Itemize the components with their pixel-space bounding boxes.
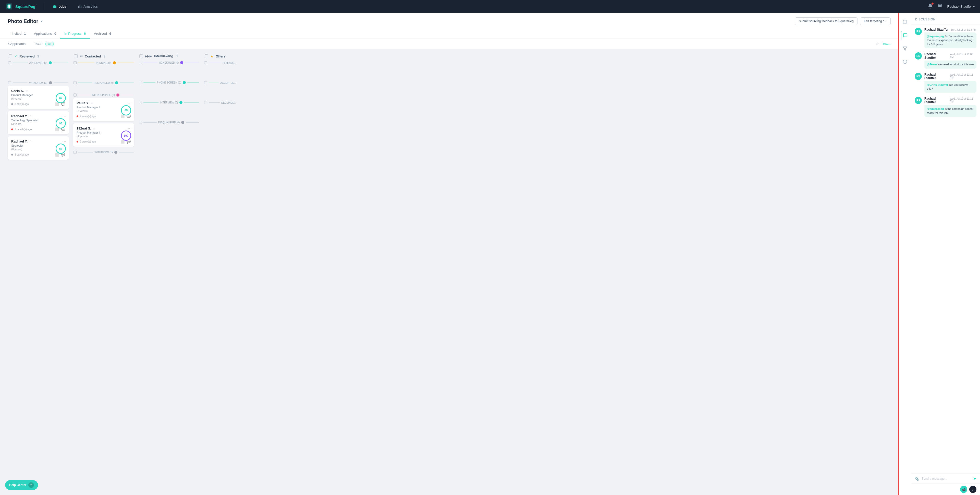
panel-icon-history[interactable] (901, 58, 909, 66)
message-author-4: Rachael Stauffer (924, 97, 948, 104)
kanban-col-reviewed: ✓ Reviewed 3 APPROVED (0) WITHDREW (3 (8, 54, 69, 490)
send-button[interactable]: ➤ (973, 476, 977, 481)
submit-feedback-button[interactable]: Submit sourcing feedback to SquarePeg (795, 18, 858, 25)
col-checkbox-contacted[interactable] (74, 54, 78, 58)
stage-checkbox-declined[interactable] (204, 101, 207, 104)
message-input[interactable] (921, 477, 970, 481)
attach-icon[interactable]: 📎 (915, 477, 919, 481)
nav-jobs[interactable]: Jobs (51, 3, 68, 10)
tab-invited[interactable]: Invited 1 (8, 29, 30, 38)
responded-empty (73, 86, 134, 94)
logo[interactable]: SquarePeg (5, 2, 35, 11)
stage-label-declined: DECLINED... (221, 101, 236, 104)
stage-checkbox-interview[interactable] (139, 101, 142, 104)
card-star-rachael-strat[interactable]: ☆ (29, 140, 32, 143)
message-content-4: Rachael Stauffer Wed, Jul 19 at 11:11 AM… (924, 97, 977, 117)
card-star-chris[interactable]: ☆ (25, 89, 28, 93)
card-192uat-s[interactable]: ⋯ 192uat S. ☆ Product Manager II (4 year… (73, 123, 134, 147)
svg-marker-8 (903, 47, 907, 50)
job-title-chevron[interactable]: ▾ (41, 19, 43, 23)
messages-button[interactable] (937, 3, 942, 10)
stage-checkbox-no-response[interactable] (73, 94, 76, 97)
stage-checkbox-withdrew-c[interactable] (73, 151, 76, 154)
download-button[interactable]: Dow... (881, 42, 891, 46)
notifications-button[interactable] (928, 3, 933, 10)
edit-targeting-button[interactable]: Edit targeting c... (860, 18, 891, 25)
tab-applications[interactable]: Applications 0 (30, 29, 60, 38)
stage-checkbox-disqualified[interactable] (139, 121, 142, 124)
nav-analytics[interactable]: Analytics (76, 3, 100, 10)
card-star-rachael-tech[interactable]: ☆ (29, 115, 32, 118)
star-button[interactable]: ☆ (875, 42, 879, 46)
stage-dot-approved (49, 61, 52, 64)
stage-no-response: NO RESPONSE (2) (73, 94, 134, 97)
toolbar-right: ☆ Dow... (875, 42, 891, 46)
card-ago-chris: 3 day(s) ago (14, 103, 29, 105)
contacted-icon: ✉ (80, 54, 83, 58)
panel-icon-filter[interactable] (901, 45, 909, 53)
score-chris: 67 (56, 93, 66, 103)
tag-all[interactable]: All (45, 42, 54, 46)
card-star-paula[interactable]: ☆ (91, 101, 94, 105)
user-menu[interactable]: Rachael Stauffer ▾ (947, 5, 975, 8)
stage-checkbox-scheduled[interactable] (139, 61, 142, 64)
stage-label-approved: APPROVED (0) (29, 62, 48, 64)
panel-icon-chat[interactable] (901, 31, 909, 39)
discussion-sidebar: DISCUSSION RS Rachael Stauffer Sun, Jul … (899, 13, 980, 495)
stage-label-withdrew-c: WITHDREW (1) (94, 151, 113, 154)
messages-area: RS Rachael Stauffer Sun, Jul 16 at 3:13 … (911, 25, 980, 473)
col-checkbox-reviewed[interactable] (9, 54, 12, 58)
card-menu-rachael-tech[interactable]: ⋯ (62, 114, 66, 118)
stage-checkbox-pending[interactable] (73, 61, 76, 64)
score-192uat: 100 (121, 131, 131, 141)
stage-label-disqualified: DISQUALIFIED (0) (158, 121, 180, 124)
card-menu-chris[interactable]: ⋯ (62, 88, 66, 93)
stage-checkbox-withdrew[interactable] (8, 81, 11, 84)
card-rachael-y-tech[interactable]: ⋯ Rachael Y. ☆ Technology Specialist (3 … (8, 111, 69, 134)
interview-empty (138, 105, 200, 121)
stage-interview: INTERVIEW (0) (138, 101, 200, 104)
discussion-header: DISCUSSION (911, 13, 980, 25)
expand-button[interactable]: ⤢ (969, 486, 977, 493)
message-time-3: Wed, Jul 19 at 11:11 AM (950, 73, 977, 79)
stage-checkbox-offers-pending[interactable] (204, 61, 207, 64)
col-header-reviewed: ✓ Reviewed 3 (8, 54, 69, 61)
tab-archived[interactable]: Archived 6 (90, 29, 115, 38)
col-count-contacted: 3 (103, 54, 105, 58)
card-menu-paula[interactable]: ⋯ (127, 101, 132, 105)
card-footer-rachael-strat: 3 day(s) ago ⬜ 💬 (11, 153, 65, 156)
stage-label-interview: INTERVIEW (0) (160, 101, 178, 104)
card-chris-s[interactable]: ⋯ Chris S. ☆ Product Manager (6 years) 3… (8, 86, 69, 109)
video-button[interactable]: 📹 (960, 486, 967, 493)
stage-label-no-response: NO RESPONSE (2) (92, 94, 115, 97)
stage-checkbox-accepted[interactable] (204, 81, 207, 84)
panel-icon-info[interactable] (901, 18, 909, 26)
col-count-interviewing: 0 (176, 54, 178, 58)
col-checkbox-offers[interactable] (205, 54, 208, 58)
card-rachael-y-strat[interactable]: ⋯ Rachael Y. ☆ Strategist (6 years) 3 da… (8, 136, 69, 160)
message-4: RS Rachael Stauffer Wed, Jul 19 at 11:11… (915, 97, 977, 117)
stage-checkbox-approved[interactable] (8, 61, 11, 64)
message-bubble-4: @squarepeg is the campaign almost ready … (924, 105, 977, 117)
stage-label-responded: RESPONDED (0) (94, 81, 114, 84)
stage-checkbox-phone-screen[interactable] (139, 81, 142, 84)
stage-dot-scheduled (180, 61, 183, 64)
card-menu-rachael-strat[interactable]: ⋯ (62, 139, 66, 144)
message-time-4: Wed, Jul 19 at 11:11 AM (950, 97, 977, 103)
card-footer-192uat: 2 week(s) ago ⬜ 💬 (76, 140, 130, 144)
stage-dot-withdrew (49, 81, 52, 84)
card-ago-rachael-strat: 3 day(s) ago (14, 153, 29, 156)
tags-label: TAGS: (34, 42, 43, 46)
card-menu-192uat[interactable]: ⋯ (127, 126, 132, 131)
card-star-192uat[interactable]: ☆ (93, 127, 95, 130)
tab-in-progress[interactable]: In-Progress 6 (60, 29, 90, 38)
stage-pending: PENDING (0) (73, 61, 134, 64)
card-paula-y[interactable]: ⋯ Paula Y. ☆ Product Manager II (3 years… (73, 98, 134, 121)
message-content-3: Rachael Stauffer Wed, Jul 19 at 11:11 AM… (924, 73, 977, 93)
main-layout: Photo Editor ▾ Submit sourcing feedback … (0, 13, 980, 495)
stage-dot-pending (113, 61, 116, 64)
col-header-offers: ★ Offers (204, 54, 237, 61)
stage-checkbox-responded[interactable] (73, 81, 76, 84)
col-checkbox-interviewing[interactable] (139, 54, 143, 58)
help-center[interactable]: Help Center ? (5, 480, 38, 490)
